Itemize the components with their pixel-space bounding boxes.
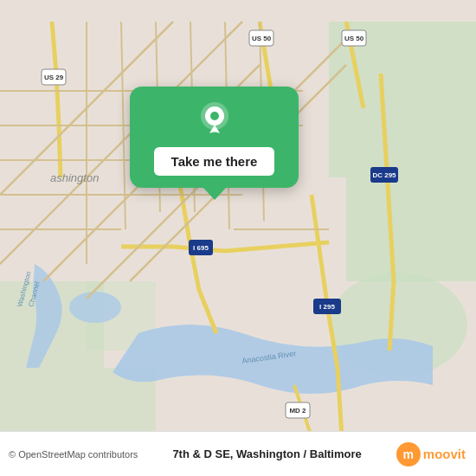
moovit-label: moovit — [423, 447, 466, 461]
bottom-bar: © OpenStreetMap contributors 7th & D SE,… — [0, 431, 476, 476]
svg-text:I 295: I 295 — [319, 303, 335, 311]
svg-text:US 50: US 50 — [344, 35, 364, 42]
svg-text:MD 2: MD 2 — [289, 407, 306, 415]
take-me-there-button[interactable]: Take me there — [154, 147, 275, 176]
moovit-logo: m moovit — [396, 442, 466, 466]
map-container: US 29 US 50 US 50 I 395 I 695 DC 295 I 2… — [0, 0, 476, 476]
copyright-text: © OpenStreetMap contributors — [9, 449, 138, 460]
location-popup: Take me there — [130, 87, 299, 188]
svg-text:ashington: ashington — [50, 171, 99, 184]
svg-text:US 50: US 50 — [252, 35, 272, 42]
map-pin-icon — [196, 100, 234, 138]
svg-point-7 — [69, 292, 121, 323]
svg-rect-2 — [346, 177, 476, 281]
svg-point-47 — [210, 112, 219, 120]
moovit-icon: m — [396, 442, 421, 466]
svg-text:DC 295: DC 295 — [372, 171, 396, 179]
svg-text:I 695: I 695 — [193, 244, 209, 252]
location-label: 7th & D SE, Washington / Baltimore — [138, 447, 396, 460]
map-background: US 29 US 50 US 50 I 395 I 695 DC 295 I 2… — [0, 0, 476, 476]
svg-text:US 29: US 29 — [44, 74, 64, 81]
